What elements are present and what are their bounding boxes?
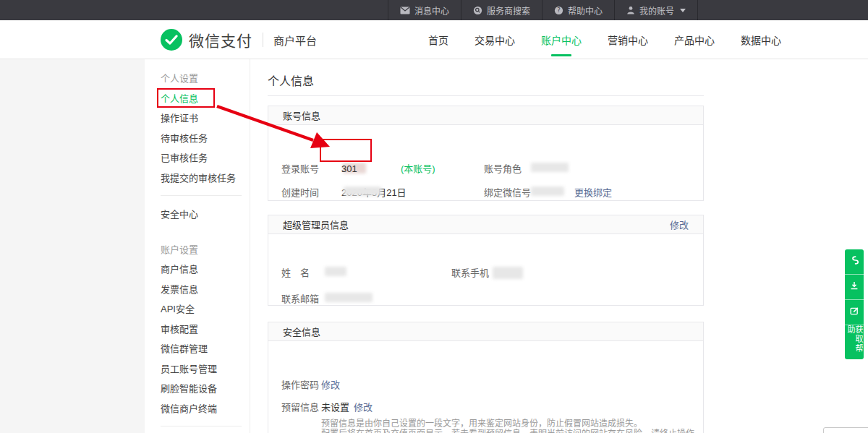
sidebar-item-review-config[interactable]: 审核配置: [161, 319, 250, 339]
service-provider-search-link[interactable]: 服务商搜索: [461, 0, 542, 20]
chevron-down-icon: [680, 9, 686, 12]
redacted-phone: [493, 267, 523, 279]
user-icon: [626, 6, 635, 14]
floating-help-widget: 获取帮助: [845, 249, 864, 359]
topbar-items: 消息中心 服务商搜索 ? 帮助中心 我的账号: [388, 0, 698, 20]
sidebar-item-wechat-group-management[interactable]: 微信群管理: [161, 338, 250, 359]
description-line: 预留信息是由你自己设置的一段文字，用来鉴定网站身份，防止假冒网站造成损失。: [321, 419, 703, 429]
reserved-info-description: 预留信息是由你自己设置的一段文字，用来鉴定网站身份，防止假冒网站造成损失。 配置…: [321, 419, 703, 433]
feedback-button[interactable]: [845, 300, 864, 325]
super-admin-card-body: 姓 名 联系手机 联系邮箱: [268, 234, 703, 306]
sidebar: 个人设置 个人信息 操作证书 待审核任务 已审核任务 我提交的审核任务 安全中心…: [145, 59, 250, 433]
contact-email-label: 联系邮箱: [281, 293, 319, 306]
redacted-wechat-id: [531, 187, 564, 196]
brand-divider: [263, 33, 263, 47]
annotation-box-login-account: [320, 139, 372, 162]
help-center-link[interactable]: ? 帮助中心: [542, 0, 614, 20]
account-role-label: 账号角色: [484, 163, 522, 176]
contact-phone-label: 联系手机: [451, 267, 489, 280]
wechat-pay-check-icon: [161, 29, 182, 51]
nav-data-center[interactable]: 数据中心: [741, 20, 781, 59]
bound-wechat-label: 绑定微信号: [484, 187, 531, 200]
sidebar-item-security-center[interactable]: 安全中心: [161, 204, 250, 224]
miniprogram-button[interactable]: [845, 249, 864, 275]
topbar-item-label: 消息中心: [414, 4, 449, 17]
redacted-account-role: [531, 163, 569, 172]
super-admin-card-title: 超级管理员信息: [283, 218, 349, 231]
nav-product-center[interactable]: 产品中心: [674, 20, 715, 59]
sidebar-item-reviewed-tasks[interactable]: 已审核任务: [161, 147, 250, 168]
brand-name: 微信支付: [189, 29, 252, 51]
get-help-button[interactable]: 获取帮助: [845, 325, 864, 359]
sidebar-item-face-smart-device[interactable]: 刷脸智能设备: [161, 378, 250, 398]
operation-password-label: 操作密码: [281, 379, 319, 392]
description-line: 配置后将在首页及充值页面显示。若未看到预留信息，表明当前访问的网站存在风险，请终…: [321, 429, 703, 433]
sidebar-header-account-settings: 账户设置: [161, 239, 250, 260]
download-button[interactable]: [845, 275, 864, 300]
sidebar-item-staff-account-management[interactable]: 员工账号管理: [161, 359, 250, 379]
security-info-card-header: 安全信息: [268, 322, 703, 341]
sidebar-divider: [161, 426, 242, 426]
sidebar-item-api-security[interactable]: API安全: [161, 299, 250, 319]
name-label: 姓 名: [281, 267, 310, 280]
nav-marketing-center[interactable]: 营销中心: [608, 20, 648, 59]
super-admin-card: 超级管理员信息 修改 姓 名 联系手机 联系邮箱: [268, 215, 704, 306]
page-title: 个人信息: [268, 72, 314, 89]
mail-icon: [400, 7, 410, 14]
change-binding-link[interactable]: 更换绑定: [574, 187, 612, 200]
search-icon: [473, 6, 482, 15]
current-account-tag: (本账号): [401, 163, 435, 176]
topbar: 消息中心 服务商搜索 ? 帮助中心 我的账号: [0, 0, 868, 20]
feedback-icon: [849, 306, 859, 319]
sidebar-item-pending-review-tasks[interactable]: 待审核任务: [161, 128, 250, 148]
reserved-info-value: 未设置: [321, 401, 349, 414]
security-info-card: 安全信息 操作密码 修改 预留信息 未设置 修改 预留信息是由你自己设置的一段文…: [268, 322, 704, 433]
redacted-created-time: [344, 187, 381, 196]
annotation-box-sidebar-personal-info: [157, 88, 215, 108]
nav-transaction-center[interactable]: 交易中心: [475, 20, 515, 59]
download-icon: [849, 280, 859, 293]
sidebar-divider: [161, 195, 242, 196]
title-divider: [268, 95, 704, 96]
sidebar-header-personal-settings: 个人设置: [161, 68, 250, 88]
sidebar-item-operation-certificate[interactable]: 操作证书: [161, 108, 250, 128]
sidebar-item-my-submitted-review-tasks[interactable]: 我提交的审核任务: [161, 168, 250, 188]
reserved-info-label: 预留信息: [281, 401, 319, 414]
super-admin-card-header: 超级管理员信息 修改: [268, 215, 703, 234]
security-info-card-body: 操作密码 修改 预留信息 未设置 修改 预留信息是由你自己设置的一段文字，用来鉴…: [268, 341, 703, 433]
date-tooltip: 2020年5月22日: [823, 427, 868, 433]
svg-text:?: ?: [557, 7, 561, 14]
sidebar-item-invoice-info[interactable]: 发票信息: [161, 279, 250, 299]
edit-reserved-info-link[interactable]: 修改: [354, 401, 373, 414]
help-icon: ?: [554, 6, 563, 15]
nav-account-center[interactable]: 账户中心: [541, 20, 582, 59]
sidebar-item-wechat-merchant-terminal[interactable]: 微信商户终端: [161, 398, 250, 419]
brand-subtitle: 商户平台: [273, 33, 317, 48]
topbar-item-label: 服务商搜索: [487, 4, 530, 17]
message-center-link[interactable]: 消息中心: [388, 0, 461, 20]
created-time-label: 创建时间: [281, 187, 319, 200]
brand[interactable]: 微信支付 商户平台: [161, 20, 317, 59]
my-account-menu[interactable]: 我的账号: [614, 0, 698, 20]
security-info-card-title: 安全信息: [283, 325, 320, 338]
topbar-item-label: 帮助中心: [568, 4, 603, 17]
header: 微信支付 商户平台 首页 交易中心 账户中心 营销中心 产品中心 数据中心: [0, 20, 868, 59]
edit-password-link[interactable]: 修改: [321, 379, 340, 392]
sidebar-gap: [161, 224, 250, 239]
redacted-email: [325, 293, 373, 302]
account-info-card-header: 账号信息: [268, 106, 703, 125]
edit-admin-link[interactable]: 修改: [670, 218, 689, 231]
login-account-label: 登录账号: [281, 163, 319, 176]
left-gray-strip: [0, 59, 145, 433]
account-info-card-body: 登录账号 15301 (本账号) 账号角色 创建时间 2020年5月21日 绑定…: [268, 125, 703, 201]
get-help-label: 获取帮助: [846, 325, 862, 359]
topbar-item-label: 我的账号: [639, 4, 674, 17]
main-nav: 首页 交易中心 账户中心 营销中心 产品中心 数据中心: [428, 20, 781, 59]
redacted-name: [325, 267, 346, 276]
merchant-platform-page: 消息中心 服务商搜索 ? 帮助中心 我的账号: [0, 0, 868, 433]
sidebar-item-merchant-info[interactable]: 商户信息: [161, 259, 250, 279]
nav-home[interactable]: 首页: [428, 20, 448, 59]
miniprogram-icon: [849, 255, 859, 268]
account-info-card-title: 账号信息: [283, 108, 320, 122]
